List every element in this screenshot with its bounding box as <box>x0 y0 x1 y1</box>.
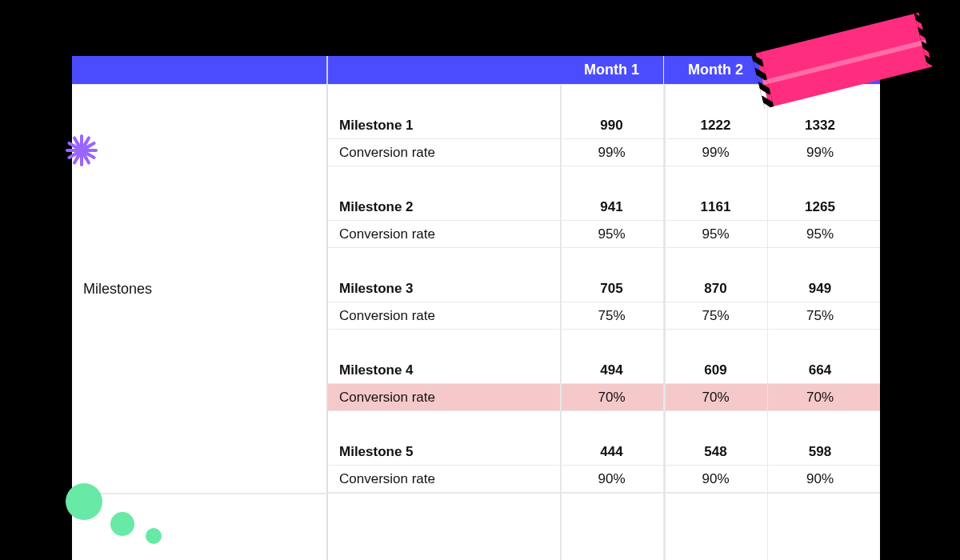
cell-value: 95% <box>560 221 664 247</box>
cell-value: 95% <box>664 221 768 247</box>
conversion-rate-label: Conversion rate <box>328 302 560 329</box>
table-row: Milestone 199012221332 <box>328 112 880 139</box>
cell-value: 1222 <box>664 112 768 138</box>
cell-value: 949 <box>768 275 872 302</box>
table-row: Conversion rate70%70%70% <box>328 384 880 411</box>
table-row: Conversion rate99%99%99% <box>328 139 880 166</box>
cell-value: 90% <box>664 466 768 492</box>
cell-value: 941 <box>560 194 664 220</box>
activated-section: Activated accounts Fully activated accou… <box>72 533 880 560</box>
dot-decoration <box>146 528 162 544</box>
cell-value: 90% <box>560 466 664 492</box>
cell-value: 1161 <box>664 194 768 220</box>
table-row: Conversion rate95%95%95% <box>328 221 880 248</box>
conversion-rate-label: Conversion rate <box>328 139 560 166</box>
cell-value: 99% <box>664 139 768 166</box>
cell-value: 870 <box>664 275 768 302</box>
conversion-rate-label: Conversion rate <box>328 466 560 492</box>
cell-value: 75% <box>664 302 768 329</box>
dot-decoration <box>110 512 134 536</box>
cell-value: 494 <box>560 357 664 383</box>
cell-value: 990 <box>560 112 664 138</box>
cell-value: 664 <box>768 357 872 383</box>
sparkle-decoration <box>40 120 120 200</box>
cell-value: 705 <box>560 275 664 302</box>
cell-value: 598 <box>768 438 872 465</box>
col-header-month1: Month 1 <box>560 56 664 84</box>
cell-value: 75% <box>560 302 664 329</box>
cell-value: 1265 <box>768 194 872 220</box>
conversion-rate-label: Conversion rate <box>328 221 560 247</box>
spreadsheet-table: Month 1 Month 2 Month 3 Milestones Miles… <box>72 56 880 560</box>
cell-value: 444 <box>560 438 664 465</box>
cell-value: 70% <box>560 384 664 410</box>
cell-value: 90% <box>768 466 872 492</box>
cell-value: 70% <box>768 384 872 410</box>
cell-value: 95% <box>768 221 872 247</box>
table-row: Milestone 294111611265 <box>328 194 880 221</box>
table-row: Milestone 5444548598 <box>328 438 880 466</box>
table-row: Milestone 3705870949 <box>328 275 880 302</box>
cell-value: 75% <box>768 302 872 329</box>
milestone-name: Milestone 3 <box>328 275 560 302</box>
cell-value: 99% <box>560 139 664 166</box>
conversion-rate-label: Conversion rate <box>328 384 560 410</box>
cell-value: 548 <box>664 438 768 465</box>
table-row: Milestone 4494609664 <box>328 357 880 384</box>
milestones-section-label: Milestones <box>83 281 152 298</box>
milestones-section: Milestones Milestone 199012221332Convers… <box>72 85 880 493</box>
milestone-name: Milestone 1 <box>328 112 560 138</box>
cell-value: 99% <box>768 139 872 166</box>
section-gap <box>72 493 880 533</box>
table-row: Conversion rate75%75%75% <box>328 302 880 330</box>
table-row: Conversion rate90%90%90% <box>328 466 880 493</box>
milestone-name: Milestone 2 <box>328 194 560 220</box>
cell-value: 1332 <box>768 112 872 138</box>
cell-value: 609 <box>664 357 768 383</box>
cell-value: 70% <box>664 384 768 410</box>
dot-decoration <box>66 483 102 520</box>
milestone-name: Milestone 5 <box>328 438 560 465</box>
milestone-name: Milestone 4 <box>328 357 560 383</box>
